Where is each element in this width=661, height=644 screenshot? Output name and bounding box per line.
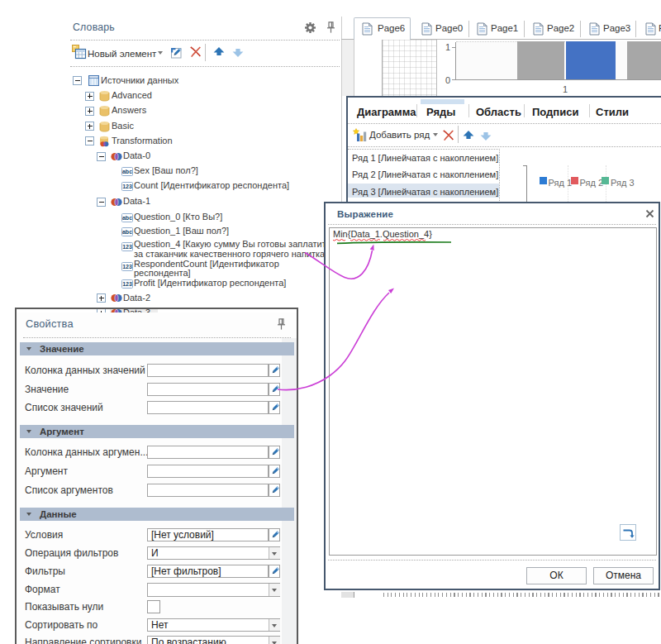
svg-text:abc: abc [122,215,132,221]
svg-text:123: 123 [122,264,132,270]
svg-text:abc: abc [122,229,132,235]
svg-text:123: 123 [122,184,132,189]
svg-text:123: 123 [122,281,132,287]
svg-text:123: 123 [122,244,132,250]
svg-text:abc: abc [122,169,132,174]
